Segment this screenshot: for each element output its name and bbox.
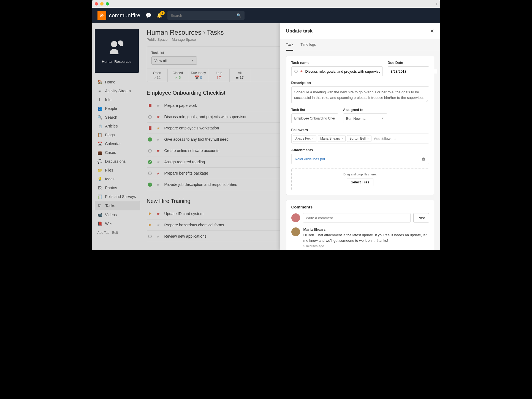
tasklist-value[interactable]: Employee Onboarding Checklist bbox=[291, 113, 338, 123]
pause-icon[interactable] bbox=[149, 126, 151, 130]
tab-task[interactable]: Task bbox=[286, 39, 294, 51]
window-minimize[interactable] bbox=[100, 2, 104, 6]
sidebar-item-files[interactable]: 📁Files bbox=[95, 166, 140, 175]
add-tab-link[interactable]: Add Tab bbox=[97, 231, 110, 235]
logo[interactable]: ✳ communifire bbox=[97, 11, 140, 20]
attachment-filename[interactable]: RoleGuidelines.pdf bbox=[295, 157, 325, 161]
case-icon: 💼 bbox=[97, 150, 102, 155]
attachments-label: Attachments bbox=[291, 148, 429, 152]
description-textarea[interactable]: Schedule a meeting with the new hire to … bbox=[291, 86, 429, 103]
remove-chip-icon[interactable]: × bbox=[367, 137, 369, 140]
poll-icon: 📊 bbox=[97, 194, 102, 199]
edit-nav-link[interactable]: Edit bbox=[112, 231, 118, 235]
follower-chip: Alexis Fox× bbox=[293, 135, 316, 142]
task-title: Prepare employee's workstation bbox=[164, 126, 219, 130]
assigned-to-label: Assigned to bbox=[343, 108, 387, 112]
assigned-to-select[interactable]: Ben Newman ▼ bbox=[343, 113, 387, 123]
sidebar-item-ideas[interactable]: 💡Ideas bbox=[95, 175, 140, 183]
comment-author[interactable]: Maria Shears bbox=[303, 227, 429, 232]
sidebar-item-articles[interactable]: 📄Articles bbox=[95, 122, 140, 131]
close-icon[interactable]: ✕ bbox=[430, 28, 434, 34]
star-icon[interactable]: ★ bbox=[156, 160, 161, 164]
play-icon[interactable] bbox=[149, 212, 151, 215]
status-filter-closed[interactable]: Closed✓5 bbox=[168, 69, 188, 82]
photo-icon: 🖼 bbox=[97, 186, 102, 190]
sidebar-item-tasks[interactable]: ☑Tasks bbox=[95, 201, 140, 210]
task-name-input[interactable]: ★ bbox=[291, 66, 383, 76]
task-title: Give access to any tool they will need bbox=[164, 137, 229, 142]
avatar bbox=[291, 213, 300, 222]
calendar-icon: 📅 bbox=[97, 142, 102, 146]
add-follower-input[interactable] bbox=[373, 135, 427, 142]
task-title: Prepare benefits package bbox=[164, 171, 208, 175]
open-icon[interactable] bbox=[148, 115, 152, 119]
star-icon[interactable]: ★ bbox=[156, 103, 161, 108]
tab-timelogs[interactable]: Time logs bbox=[300, 39, 316, 51]
video-icon: 📹 bbox=[97, 213, 102, 217]
star-icon[interactable]: ★ bbox=[156, 182, 161, 187]
status-toggle-icon[interactable] bbox=[294, 70, 298, 73]
sidebar-item-calendar[interactable]: 📅Calendar bbox=[95, 139, 140, 148]
window-maximize[interactable] bbox=[106, 2, 109, 6]
folder-icon: 📁 bbox=[97, 168, 102, 172]
check-icon[interactable]: ✓ bbox=[148, 183, 152, 187]
sidebar-item-photos[interactable]: 🖼Photos bbox=[95, 183, 140, 192]
sidebar-item-polls-and-surveys[interactable]: 📊Polls and Surveys bbox=[95, 192, 140, 201]
star-icon[interactable]: ★ bbox=[156, 137, 161, 142]
search-input[interactable] bbox=[171, 13, 237, 18]
chat-icon[interactable]: 💬 bbox=[145, 12, 151, 18]
sidebar-item-home[interactable]: 🏠Home bbox=[95, 78, 140, 86]
manage-space-link[interactable]: Manage Space bbox=[172, 37, 196, 42]
open-icon[interactable] bbox=[148, 149, 152, 153]
open-icon[interactable] bbox=[148, 235, 152, 238]
star-icon[interactable]: ★ bbox=[300, 69, 303, 74]
status-filter-due-today[interactable]: Due today📅0 bbox=[188, 69, 209, 82]
post-button[interactable]: Post bbox=[413, 213, 429, 222]
star-icon[interactable]: ★ bbox=[156, 148, 161, 153]
window-close[interactable] bbox=[95, 2, 98, 6]
sidebar-item-discussions[interactable]: 💬Discussions bbox=[95, 157, 140, 166]
bell-icon[interactable]: 🔔4 bbox=[156, 12, 162, 18]
sidebar-item-people[interactable]: 👥People bbox=[95, 104, 140, 113]
check-icon[interactable]: ✓ bbox=[148, 137, 152, 142]
pause-icon[interactable] bbox=[149, 104, 151, 107]
search-bar[interactable]: 🔍 bbox=[167, 11, 245, 20]
sidebar-item-search[interactable]: 🔍Search bbox=[95, 113, 140, 122]
status-filter-open[interactable]: Open○12 bbox=[147, 69, 168, 82]
trash-icon[interactable]: 🗑 bbox=[422, 157, 425, 161]
star-icon[interactable]: ★ bbox=[156, 171, 161, 175]
open-icon[interactable] bbox=[148, 172, 152, 175]
sidebar-item-blogs[interactable]: 📋Blogs bbox=[95, 131, 140, 139]
due-date-input[interactable] bbox=[388, 66, 429, 76]
status-filter-late[interactable]: Late!7 bbox=[209, 69, 230, 82]
star-icon[interactable]: ★ bbox=[156, 115, 161, 119]
comment-timestamp: 5 minutes ago bbox=[303, 244, 429, 248]
breadcrumb-root[interactable]: Human Resources bbox=[147, 29, 202, 36]
sidebar-item-videos[interactable]: 📹Videos bbox=[95, 210, 140, 219]
sidebar-item-wiki[interactable]: 📕Wiki bbox=[95, 219, 140, 228]
star-icon[interactable]: ★ bbox=[156, 223, 161, 227]
sidebar-item-info[interactable]: ℹInfo bbox=[95, 95, 140, 104]
sidebar-item-activity-stream[interactable]: ≡Activity Stream bbox=[95, 86, 140, 95]
select-files-button[interactable]: Select Files bbox=[347, 178, 373, 186]
window-chrome: + bbox=[92, 0, 440, 8]
play-icon[interactable] bbox=[149, 223, 151, 227]
tasklist-label: Task list bbox=[291, 108, 338, 112]
check-icon[interactable]: ✓ bbox=[148, 160, 152, 164]
star-icon[interactable]: ★ bbox=[156, 234, 161, 238]
space-tile[interactable]: Human Resources bbox=[95, 29, 139, 73]
file-dropzone[interactable]: Drag and drop files here. Select Files bbox=[291, 169, 429, 190]
attachment-item: RoleGuidelines.pdf 🗑 bbox=[291, 154, 429, 164]
comment-input[interactable] bbox=[303, 213, 411, 222]
remove-chip-icon[interactable]: × bbox=[341, 137, 343, 140]
star-icon[interactable]: ★ bbox=[156, 126, 161, 130]
followers-input[interactable]: Alexis Fox×Maria Shears×Burton Bell× bbox=[291, 134, 429, 143]
new-tab-button[interactable]: + bbox=[435, 2, 438, 7]
sidebar-item-cases[interactable]: 💼Cases bbox=[95, 148, 140, 157]
tasklist-filter-select[interactable]: View all ▼ bbox=[151, 56, 197, 65]
status-filter-all[interactable]: All≣17 bbox=[230, 69, 250, 82]
bulb-icon: 💡 bbox=[97, 177, 102, 181]
remove-chip-icon[interactable]: × bbox=[312, 137, 314, 140]
star-icon[interactable]: ★ bbox=[156, 211, 161, 216]
info-icon: ℹ bbox=[97, 97, 102, 102]
